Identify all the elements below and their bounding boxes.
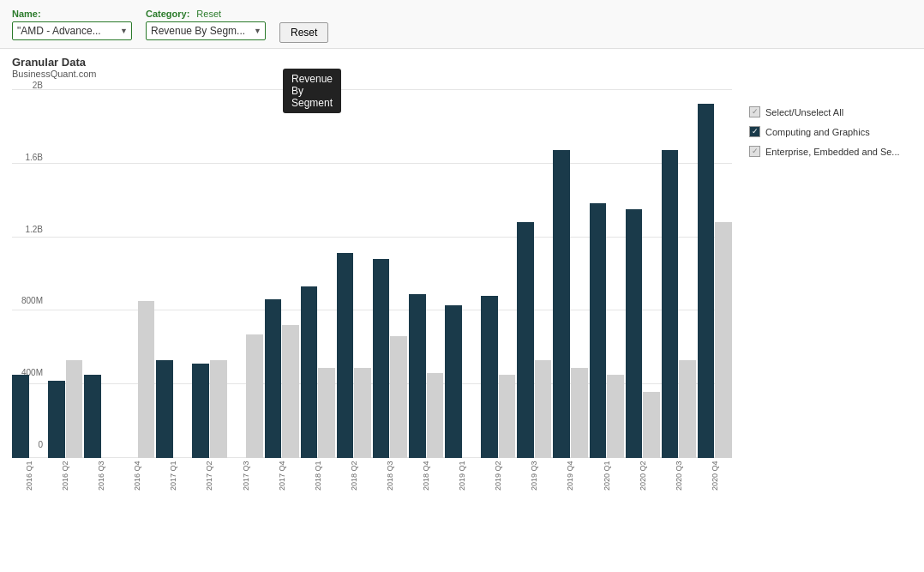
- legend-item[interactable]: ✓Computing and Graphics: [749, 126, 903, 137]
- bar-light: [571, 368, 588, 458]
- category-dropdown[interactable]: Revenue By Segm...: [146, 21, 266, 40]
- bar-light: [318, 368, 335, 458]
- bar-dark: [373, 259, 390, 458]
- category-select-wrapper: Revenue By Segm... Revenue By Segment: [146, 21, 266, 40]
- x-label: 2018 Q2: [337, 460, 371, 492]
- bar-group: [84, 375, 118, 458]
- category-field-group: Category: Reset Revenue By Segm... Reven…: [146, 9, 266, 40]
- bar-dark: [84, 375, 101, 458]
- bar-dark: [698, 104, 715, 458]
- chart-main: 2B1.6B1.2B800M400M0 2016 Q12016 Q22016 Q…: [12, 81, 732, 492]
- bar-group: [156, 360, 190, 458]
- x-label: 2019 Q1: [445, 460, 479, 492]
- x-label: 2017 Q4: [265, 460, 299, 492]
- bar-dark: [481, 296, 498, 458]
- chart-header: Granular Data BusinessQuant.com: [12, 56, 912, 79]
- bar-light: [535, 360, 552, 458]
- bar-group: [445, 305, 479, 458]
- bar-dark: [553, 150, 570, 458]
- x-label: 2020 Q2: [626, 460, 660, 492]
- bar-group: [120, 301, 154, 458]
- bar-dark: [265, 299, 282, 458]
- x-label: 2019 Q2: [481, 460, 515, 492]
- legend-label: Computing and Graphics: [765, 127, 870, 137]
- legend-item[interactable]: ✓Enterprise, Embedded and Se...: [749, 146, 903, 157]
- x-axis: 2016 Q12016 Q22016 Q32016 Q42017 Q12017 …: [12, 460, 732, 492]
- x-label: 2019 Q3: [517, 460, 551, 492]
- bar-dark: [12, 375, 29, 458]
- legend-label: Enterprise, Embedded and Se...: [765, 147, 900, 157]
- x-label: 2016 Q1: [12, 460, 46, 492]
- bar-group: [698, 104, 732, 458]
- chart-inner: 2B1.6B1.2B800M400M0 2016 Q12016 Q22016 Q…: [12, 89, 732, 492]
- x-label: 2016 Q3: [84, 460, 118, 492]
- bar-light: [715, 222, 732, 458]
- x-label: 2017 Q1: [156, 460, 190, 492]
- bar-dark: [445, 305, 462, 458]
- x-label: 2020 Q3: [662, 460, 696, 492]
- bar-light: [679, 360, 696, 458]
- legend-checkbox[interactable]: ✓: [749, 126, 760, 137]
- legend-item[interactable]: ✓Select/Unselect All: [749, 106, 903, 117]
- x-label: 2020 Q1: [590, 460, 624, 492]
- bar-group: [590, 203, 624, 458]
- x-label: 2016 Q2: [48, 460, 82, 492]
- bar-group: [301, 286, 335, 458]
- bar-group: [48, 360, 82, 458]
- bar-light: [282, 325, 299, 458]
- x-label: 2018 Q1: [301, 460, 335, 492]
- reset-button[interactable]: Reset: [279, 22, 328, 43]
- bar-dark: [48, 381, 65, 458]
- bar-group: [265, 299, 299, 458]
- bar-dark: [337, 253, 354, 458]
- bar-light: [246, 334, 263, 458]
- chart-title: Granular Data: [12, 56, 912, 69]
- bar-dark: [626, 209, 643, 458]
- x-label: 2017 Q3: [229, 460, 263, 492]
- bar-light: [390, 336, 407, 458]
- bar-light: [427, 373, 444, 458]
- x-label: 2016 Q4: [120, 460, 154, 492]
- bar-group: [626, 209, 660, 458]
- chart-subtitle: BusinessQuant.com: [12, 69, 912, 79]
- x-label: 2020 Q4: [698, 460, 732, 492]
- bar-dark: [156, 360, 173, 458]
- bars-wrapper: [12, 89, 732, 458]
- category-reset-link[interactable]: Reset: [196, 9, 221, 19]
- bar-group: [481, 296, 515, 458]
- name-dropdown[interactable]: "AMD - Advance...: [12, 21, 132, 40]
- top-bar: Name: "AMD - Advance... Category: Reset …: [0, 0, 924, 49]
- bar-group: [12, 375, 46, 458]
- name-select-wrapper: "AMD - Advance...: [12, 21, 132, 40]
- bar-group: [517, 222, 551, 458]
- bar-light: [210, 360, 227, 458]
- bar-light: [499, 375, 516, 458]
- bar-light: [354, 368, 371, 458]
- bar-group: [662, 150, 696, 458]
- legend-checkbox[interactable]: ✓: [749, 106, 760, 117]
- chart-container: 2B1.6B1.2B800M400M0 2016 Q12016 Q22016 Q…: [12, 81, 912, 492]
- legend-checkbox[interactable]: ✓: [749, 146, 760, 157]
- bar-light: [138, 301, 155, 458]
- x-label: 2019 Q4: [553, 460, 587, 492]
- bar-dark: [192, 364, 209, 458]
- legend-label: Select/Unselect All: [765, 107, 843, 117]
- bar-dark: [662, 150, 679, 458]
- bar-light: [643, 392, 660, 458]
- bar-dark: [409, 294, 426, 458]
- bars-area: 2016 Q12016 Q22016 Q32016 Q42017 Q12017 …: [12, 89, 732, 492]
- bar-dark: [301, 286, 318, 458]
- x-label: 2018 Q3: [373, 460, 407, 492]
- name-label: Name:: [12, 9, 132, 19]
- bar-light: [66, 360, 83, 458]
- bar-dark: [590, 203, 607, 458]
- bar-group: [409, 294, 443, 458]
- chart-area: Granular Data BusinessQuant.com 2B1.6B1.…: [0, 49, 924, 496]
- category-label-row: Category: Reset: [146, 9, 266, 19]
- legend: ✓Select/Unselect All✓Computing and Graph…: [732, 98, 912, 492]
- bar-group: [553, 150, 587, 458]
- x-label: 2017 Q2: [192, 460, 226, 492]
- category-label: Category:: [146, 9, 189, 19]
- x-label: 2018 Q4: [409, 460, 443, 492]
- name-field-group: Name: "AMD - Advance...: [12, 9, 132, 40]
